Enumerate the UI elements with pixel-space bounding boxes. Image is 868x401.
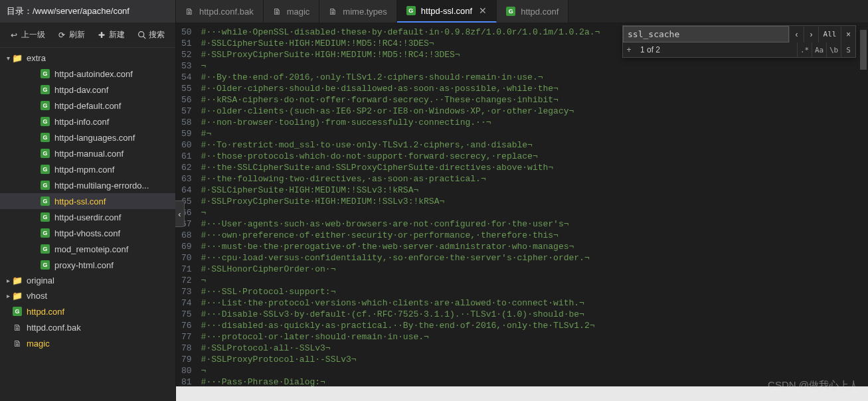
tab-httpd-ssl-conf[interactable]: Ghttpd-ssl.conf✕	[397, 0, 497, 23]
tree-item-httpd-conf[interactable]: Ghttpd.conf	[0, 303, 175, 319]
path-value: /www/server/apache/conf	[33, 6, 130, 16]
tree-item-vhost[interactable]: ▸📁vhost	[0, 288, 175, 303]
path-bar: 目录：/www/server/apache/conf	[0, 0, 175, 23]
tree-item-httpd-info-conf[interactable]: Ghttpd-info.conf	[0, 114, 175, 129]
tree-item-label: httpd-autoindex.conf	[54, 69, 133, 79]
code-line[interactable]: #··the·following·two·directives,·as·soon…	[201, 173, 868, 185]
find-close-button[interactable]: ×	[841, 27, 855, 42]
config-file-icon: G	[40, 196, 50, 206]
code-area[interactable]: #···while·OpenSSL·disabled·these·by·defa…	[201, 23, 868, 401]
tree-item-label: original	[27, 276, 54, 285]
code-line[interactable]: ¬	[201, 207, 868, 218]
tree-item-httpd-multilang-errordo-[interactable]: Ghttpd-multilang-errordo...	[0, 177, 175, 193]
find-prev-button[interactable]: ‹	[789, 27, 804, 42]
config-file-icon: G	[406, 6, 416, 15]
find-input[interactable]	[623, 26, 789, 42]
tree-item-label: httpd-ssl.conf	[54, 197, 106, 206]
code-line[interactable]: #·SSLProxyCipherSuite·HIGH:MEDIUM:!SSLv3…	[201, 196, 868, 207]
editor[interactable]: 5051525354555657585960616263646566676869…	[176, 23, 868, 401]
vertical-scrollbar[interactable]	[859, 23, 868, 386]
tree-item-httpd-mpm-conf[interactable]: Ghttpd-mpm.conf	[0, 161, 175, 177]
code-line[interactable]: #·SSLHonorCipherOrder·on·¬	[201, 264, 868, 275]
tree-item-httpd-vhosts-conf[interactable]: Ghttpd-vhosts.conf	[0, 225, 175, 241]
code-line[interactable]: #¬	[201, 128, 868, 139]
refresh-button[interactable]: ⟳ 刷新	[52, 27, 90, 43]
config-file-icon: G	[40, 212, 50, 222]
back-label: 上一级	[21, 29, 45, 40]
code-line[interactable]: #·SSLCipherSuite·HIGH:MEDIUM:!SSLv3:!kRS…	[201, 185, 868, 196]
sidebar-collapse-handle[interactable]: ‹	[175, 200, 185, 227]
tree-item-label: httpd-multilang-errordo...	[54, 181, 149, 191]
path-label: 目录：	[7, 6, 33, 16]
find-option-b[interactable]: \b	[826, 42, 841, 57]
document-icon: 🗎	[273, 7, 282, 17]
code-line[interactable]: #···cpu·load·versus·confidentiality,·so·…	[201, 252, 868, 264]
code-line[interactable]: #··By·the·end·of·2016,·only·TLSv1.2·ciph…	[201, 72, 868, 83]
expand-arrow-icon: ▸	[4, 277, 12, 284]
tree-item-httpd-manual-conf[interactable]: Ghttpd-manual.conf	[0, 145, 175, 161]
tree-item-httpd-languages-conf[interactable]: Ghttpd-languages.conf	[0, 129, 175, 145]
code-line[interactable]: #··kRSA·ciphers·do·not·offer·forward·sec…	[201, 94, 868, 106]
folder-icon: 📁	[12, 291, 23, 301]
tree-item-httpd-autoindex-conf[interactable]: Ghttpd-autoindex.conf	[0, 66, 175, 82]
config-file-icon: G	[40, 260, 50, 270]
tree-item-httpd-userdir-conf[interactable]: Ghttpd-userdir.conf	[0, 209, 175, 225]
new-button[interactable]: ✚ 新建	[92, 27, 130, 43]
search-button[interactable]: 搜索	[131, 27, 170, 43]
close-icon[interactable]: ✕	[479, 5, 487, 16]
code-line[interactable]: #·SSLProtocol·all·-SSLv3¬	[201, 343, 868, 354]
code-line[interactable]: #··Older·ciphers·should·be·disallowed·as…	[201, 83, 868, 94]
tree-item-httpd-conf-bak[interactable]: 🗎httpd.conf.bak	[0, 319, 175, 335]
code-line[interactable]: #···SSL·Protocol·support:¬	[201, 286, 868, 297]
tab-label: httpd.conf	[521, 7, 559, 17]
new-label: 新建	[109, 29, 125, 40]
tree-item-label: httpd-manual.conf	[54, 149, 124, 159]
code-line[interactable]: #·SSLProxyProtocol·all·-SSLv3¬	[201, 354, 868, 365]
code-line[interactable]: #···Disable·SSLv3·by·default·(cf.·RFC·75…	[201, 309, 868, 320]
tab-mime-types[interactable]: 🗎mime.types	[319, 0, 396, 23]
tree-item-mod_remoteip-conf[interactable]: Gmod_remoteip.conf	[0, 241, 175, 257]
tree-item-httpd-dav-conf[interactable]: Ghttpd-dav.conf	[0, 82, 175, 98]
document-icon: 🗎	[12, 322, 23, 333]
find-all-button[interactable]: All	[818, 27, 841, 42]
code-line[interactable]: #··To·restrict·mod_ssl·to·use·only·TLSv1…	[201, 139, 868, 151]
code-line[interactable]: #···List·the·protocol·versions·which·cli…	[201, 297, 868, 309]
code-line[interactable]: #···protocol·or·later·should·remain·in·u…	[201, 331, 868, 343]
code-line[interactable]: #···own·preference·of·either·security·or…	[201, 230, 868, 241]
tab-httpd-conf[interactable]: Ghttpd.conf	[497, 0, 568, 23]
code-line[interactable]: #···disabled·as·quickly·as·practical.··B…	[201, 320, 868, 331]
scrollbar-thumb[interactable]	[860, 30, 867, 70]
tree-item-magic[interactable]: 🗎magic	[0, 335, 175, 351]
code-line[interactable]: #··those·protocols·which·do·not·support·…	[201, 151, 868, 162]
code-line[interactable]: ¬	[201, 60, 868, 72]
tree-item-proxy-html-conf[interactable]: Gproxy-html.conf	[0, 257, 175, 273]
svg-line-1	[143, 37, 145, 39]
tab-httpd-conf-bak[interactable]: 🗎httpd.conf.bak	[176, 0, 264, 23]
tree-item-httpd-default-conf[interactable]: Ghttpd-default.conf	[0, 98, 175, 114]
code-line[interactable]: #··non-browser·tooling)·from·successfull…	[201, 117, 868, 128]
code-line[interactable]: #···User·agents·such·as·web·browsers·are…	[201, 218, 868, 230]
back-button[interactable]: ↩ 上一级	[4, 27, 50, 43]
code-line[interactable]: ¬	[201, 275, 868, 286]
tree-item-label: httpd-mpm.conf	[54, 165, 114, 175]
find-option-S[interactable]: S	[841, 42, 855, 57]
code-line[interactable]: ¬	[201, 365, 868, 376]
code-line[interactable]: #··the·SSLCipherSuite·and·SSLProxyCipher…	[201, 162, 868, 173]
code-line[interactable]: #···must·be·the·prerogative·of·the·web·s…	[201, 241, 868, 252]
find-expand-button[interactable]: +	[623, 45, 635, 54]
tab-magic[interactable]: 🗎magic	[264, 0, 320, 23]
expand-arrow-icon: ▾	[4, 54, 12, 62]
tree-item-httpd-ssl-conf[interactable]: Ghttpd-ssl.conf	[0, 193, 175, 209]
document-icon: 🗎	[329, 7, 337, 17]
sidebar: 目录：/www/server/apache/conf ↩ 上一级 ⟳ 刷新 ✚ …	[0, 0, 176, 401]
tree-item-label: magic	[27, 339, 50, 349]
code-line[interactable]: #··older·clients·(such·as·IE6·SP2·or·IE8…	[201, 106, 868, 117]
config-file-icon: G	[40, 164, 50, 175]
find-next-button[interactable]: ›	[804, 27, 818, 42]
tree-item-original[interactable]: ▸📁original	[0, 273, 175, 288]
find-option-[interactable]: .*	[797, 42, 812, 57]
tree-item-extra[interactable]: ▾📁extra	[0, 50, 175, 66]
config-file-icon: G	[40, 244, 50, 254]
folder-icon: 📁	[12, 276, 23, 285]
find-option-Aa[interactable]: Aa	[812, 42, 826, 57]
